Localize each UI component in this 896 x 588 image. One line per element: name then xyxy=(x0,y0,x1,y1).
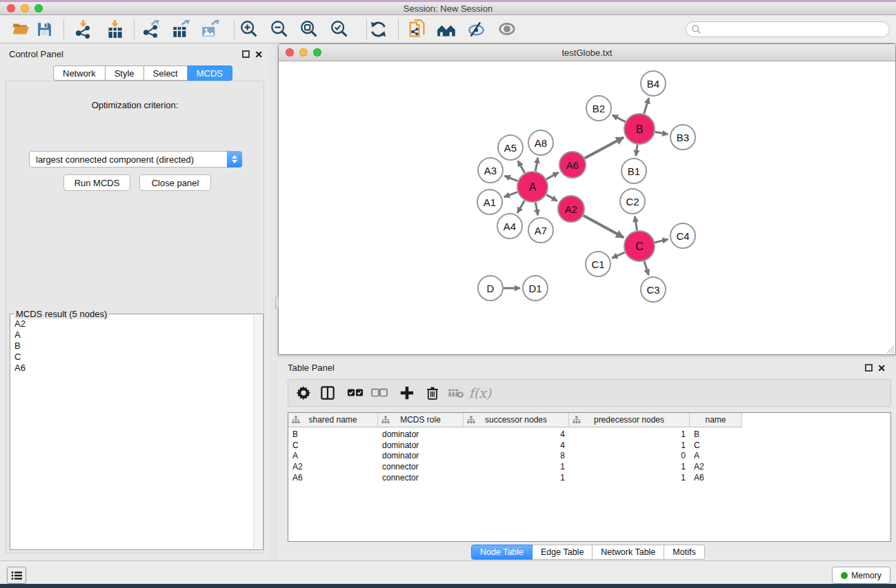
mcds-result-item[interactable]: A2 xyxy=(12,318,252,330)
close-panel-button[interactable]: Close panel xyxy=(139,174,211,191)
refresh-layout-icon[interactable] xyxy=(368,19,388,39)
table-settings-icon[interactable] xyxy=(296,385,311,401)
network-window-titlebar[interactable]: testGlobe.txt xyxy=(279,44,895,61)
zoom-fit-icon[interactable] xyxy=(299,19,319,39)
add-column-icon[interactable] xyxy=(399,385,415,401)
graph-edge-A-A7[interactable] xyxy=(535,203,538,216)
column-header-predecessor-nodes[interactable]: predecessor nodes xyxy=(569,413,690,427)
select-all-icon[interactable] xyxy=(347,388,364,398)
table-row[interactable]: A2connector11A2 xyxy=(288,461,890,472)
table-row[interactable]: Cdominator41C xyxy=(288,440,890,451)
tab-network-table[interactable]: Network Table xyxy=(593,545,664,560)
delete-table-icon[interactable] xyxy=(448,387,464,398)
table-row[interactable]: Bdominator41B xyxy=(288,429,890,440)
graph-edge-A-A6[interactable] xyxy=(546,172,559,179)
graph-node-label: B2 xyxy=(593,103,605,114)
export-network-icon[interactable] xyxy=(140,19,161,39)
tab-style[interactable]: Style xyxy=(106,65,144,81)
export-image-icon[interactable] xyxy=(199,19,220,39)
optimization-criterion-select[interactable]: largest connected component (directed) xyxy=(29,151,242,168)
table-row[interactable]: A6connector11A6 xyxy=(288,472,890,483)
table-cell: 1 xyxy=(464,473,569,483)
graph-edge-A-A4[interactable] xyxy=(517,201,524,213)
pane-divider-handle[interactable] xyxy=(275,297,279,308)
table-cell: dominator xyxy=(378,451,464,460)
graph-edge-B-B4[interactable] xyxy=(644,98,649,114)
hierarchy-icon xyxy=(467,416,475,426)
clone-network-icon[interactable] xyxy=(406,19,427,39)
column-header-successor-nodes[interactable]: successor nodes xyxy=(464,413,569,427)
column-header-shared-name[interactable]: shared name xyxy=(288,413,378,427)
column-header-name[interactable]: name xyxy=(690,413,742,427)
resize-grip-icon[interactable] xyxy=(885,344,894,353)
mcds-result-item[interactable]: B xyxy=(12,341,252,352)
network-window-controls[interactable] xyxy=(286,48,321,57)
graph-edge-C-C4[interactable] xyxy=(655,239,668,243)
task-history-button[interactable] xyxy=(7,567,26,584)
tab-motifs[interactable]: Motifs xyxy=(664,545,704,560)
tab-edge-table[interactable]: Edge Table xyxy=(532,545,593,560)
tab-select[interactable]: Select xyxy=(144,65,188,81)
network-maximize-button[interactable] xyxy=(313,48,321,57)
graph-edge-A-A8[interactable] xyxy=(535,158,538,172)
show-all-icon[interactable] xyxy=(497,19,517,39)
graph-node-label: D1 xyxy=(528,283,541,294)
optimization-criterion-label: Optimization criterion: xyxy=(0,100,270,110)
float-panel-icon[interactable] xyxy=(242,50,250,58)
tab-network[interactable]: Network xyxy=(53,65,106,81)
graph-edge-A-A2[interactable] xyxy=(546,194,557,201)
mcds-result-item[interactable]: C xyxy=(12,352,252,363)
graph-edge-C-C2[interactable] xyxy=(635,216,637,231)
graph-edge-B-B2[interactable] xyxy=(613,115,626,122)
save-session-icon[interactable] xyxy=(34,19,54,39)
delete-column-icon[interactable] xyxy=(426,385,440,401)
close-window-button[interactable] xyxy=(7,4,15,12)
graph-edge-B-B3[interactable] xyxy=(655,132,668,134)
float-panel-icon[interactable] xyxy=(865,364,873,372)
graph-edge-A2-C[interactable] xyxy=(584,216,624,238)
graph-edge-C-C1[interactable] xyxy=(612,252,625,258)
column-header-MCDS-role[interactable]: MCDS role xyxy=(378,413,464,427)
tab-mcds[interactable]: MCDS xyxy=(188,65,232,81)
close-panel-icon[interactable]: ✕ xyxy=(877,365,886,372)
hide-selected-icon[interactable] xyxy=(466,19,486,39)
network-graph[interactable]: AA1A2A3A4A5A6A7A8BB1B2B3B4CC1C2C3C4DD1 xyxy=(279,61,895,354)
tab-node-table[interactable]: Node Table xyxy=(471,545,532,560)
zoom-out-icon[interactable] xyxy=(269,19,290,39)
mcds-result-scrollbar[interactable] xyxy=(253,315,262,549)
mcds-result-item[interactable]: A6 xyxy=(12,363,252,374)
network-minimize-button[interactable] xyxy=(299,48,308,57)
run-mcds-button[interactable]: Run MCDS xyxy=(63,174,130,191)
import-network-icon[interactable] xyxy=(72,19,93,39)
graph-node-label: A3 xyxy=(484,165,497,176)
column-header-label: successor nodes xyxy=(485,415,547,425)
export-table-icon[interactable] xyxy=(170,19,190,39)
graph-edge-A-A3[interactable] xyxy=(504,176,517,181)
app-titlebar[interactable]: Session: New Session xyxy=(0,2,896,15)
memory-button[interactable]: Memory xyxy=(832,567,890,584)
close-panel-icon[interactable]: ✕ xyxy=(255,51,263,59)
zoom-selected-icon[interactable] xyxy=(329,19,350,39)
first-neighbors-icon[interactable] xyxy=(436,19,457,39)
mcds-result-item[interactable]: A xyxy=(12,330,252,341)
deselect-all-icon[interactable] xyxy=(371,388,388,398)
column-visibility-icon[interactable] xyxy=(320,385,335,401)
graph-edge-A6-B[interactable] xyxy=(585,137,624,158)
graph-edge-C-C3[interactable] xyxy=(644,261,648,275)
graph-edge-A-A1[interactable] xyxy=(504,192,518,197)
search-field[interactable] xyxy=(686,21,890,37)
node-table[interactable]: shared nameMCDS rolesuccessor nodesprede… xyxy=(288,412,891,542)
function-builder-icon[interactable]: f(x) xyxy=(469,385,492,401)
table-row[interactable]: Adominator80A xyxy=(288,450,890,461)
minimize-window-button[interactable] xyxy=(21,4,29,12)
maximize-window-button[interactable] xyxy=(34,4,43,12)
graph-edge-A-A5[interactable] xyxy=(518,161,525,173)
zoom-in-icon[interactable] xyxy=(239,19,259,39)
window-controls[interactable] xyxy=(7,4,43,12)
import-table-icon[interactable] xyxy=(104,19,125,39)
search-input[interactable] xyxy=(701,25,889,34)
network-canvas[interactable]: AA1A2A3A4A5A6A7A8BB1B2B3B4CC1C2C3C4DD1 xyxy=(279,61,895,354)
network-close-button[interactable] xyxy=(286,48,294,57)
open-file-icon[interactable] xyxy=(10,19,31,39)
graph-edge-B-B1[interactable] xyxy=(636,145,637,156)
